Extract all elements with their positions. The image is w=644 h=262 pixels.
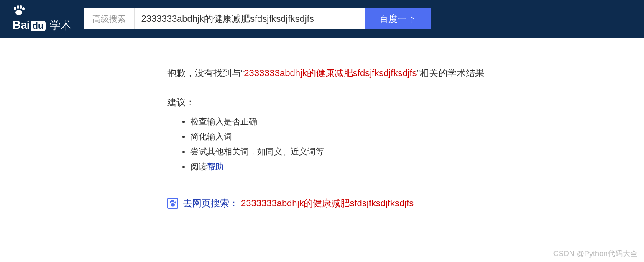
paw-icon-box — [167, 198, 178, 209]
suggestions-title: 建议： — [167, 96, 644, 109]
svg-point-1 — [17, 5, 19, 9]
no-results-prefix: 抱歉，没有找到与“ — [167, 68, 244, 78]
web-search-label: 去网页搜索： — [183, 197, 238, 210]
header: Bai du 学术 高级搜索 百度一下 — [0, 0, 644, 38]
svg-point-5 — [170, 201, 171, 203]
svg-point-4 — [15, 10, 22, 15]
svg-point-7 — [173, 200, 174, 202]
logo-du: du — [31, 21, 46, 31]
no-results-suffix: ”相关的学术结果 — [417, 68, 484, 78]
paw-icon — [169, 200, 176, 207]
no-results-message: 抱歉，没有找到与“2333333abdhjk的健康减肥sfdsjfksdjfks… — [167, 67, 644, 80]
watermark: CSDN @Python代码大全 — [553, 249, 638, 259]
suggestion-item: 检查输入是否正确 — [190, 114, 644, 129]
logo-bai: Bai — [13, 18, 30, 32]
svg-point-2 — [20, 5, 22, 9]
svg-point-3 — [22, 7, 25, 10]
web-search-query: 2333333abdhjk的健康减肥sfdsjfksdjfksdjfs — [241, 197, 414, 210]
suggestions-list: 检查输入是否正确 简化输入词 尝试其他相关词，如同义、近义词等 阅读帮助 — [167, 114, 644, 174]
svg-point-8 — [174, 201, 176, 203]
advanced-search-link[interactable]: 高级搜索 — [84, 8, 135, 29]
help-link[interactable]: 帮助 — [207, 162, 224, 171]
no-results-query: 2333333abdhjk的健康减肥sfdsjfksdjfksdjfs — [244, 68, 417, 78]
suggestion-item: 尝试其他相关词，如同义、近义词等 — [190, 144, 644, 159]
search-input[interactable] — [135, 8, 365, 29]
paw-icon — [13, 5, 25, 15]
search-container: 高级搜索 百度一下 — [84, 8, 431, 29]
suggestion-item: 阅读帮助 — [190, 159, 644, 174]
suggestion-prefix: 阅读 — [190, 162, 207, 171]
logo-xueshu: 学术 — [50, 18, 72, 33]
logo[interactable]: Bai du 学术 — [13, 5, 72, 33]
svg-point-9 — [171, 203, 175, 207]
content: 抱歉，没有找到与“2333333abdhjk的健康减肥sfdsjfksdjfks… — [0, 38, 644, 210]
search-button[interactable]: 百度一下 — [365, 8, 431, 29]
suggestion-item: 简化输入词 — [190, 129, 644, 144]
web-search-link[interactable]: 去网页搜索： 2333333abdhjk的健康减肥sfdsjfksdjfksdj… — [167, 197, 644, 210]
logo-graphic: Bai du 学术 — [13, 5, 72, 33]
svg-point-6 — [171, 200, 173, 202]
svg-point-0 — [14, 7, 16, 10]
